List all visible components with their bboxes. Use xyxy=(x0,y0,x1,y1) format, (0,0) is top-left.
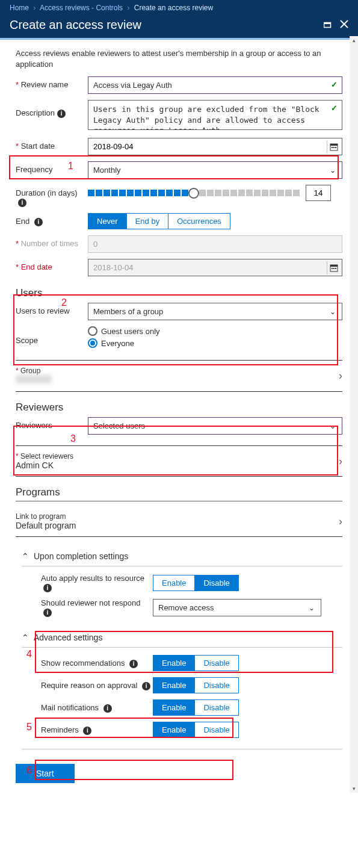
svg-rect-6 xyxy=(332,147,333,148)
review-name-input[interactable] xyxy=(88,76,342,94)
num-times-input: 0 xyxy=(88,235,342,253)
label-description: Descriptioni xyxy=(16,100,88,118)
group-selector[interactable]: Group › xyxy=(16,360,342,392)
chevron-right-icon: › xyxy=(339,515,342,528)
label-show-recs: Show recommendations i xyxy=(41,659,153,668)
label-auto-apply: Auto apply results to resource i xyxy=(41,574,153,592)
auto-apply-disable[interactable]: Disable xyxy=(194,575,238,591)
svg-rect-8 xyxy=(335,147,336,148)
chevron-down-icon: ⌄ xyxy=(330,166,336,175)
valid-check-icon: ✓ xyxy=(331,104,338,113)
require-reason-toggle: Enable Disable xyxy=(153,677,239,693)
require-reason-enable[interactable]: Enable xyxy=(153,678,194,693)
start-button[interactable]: Start xyxy=(16,764,75,783)
end-endby-button[interactable]: End by xyxy=(126,214,168,229)
scroll-down-icon[interactable]: ▾ xyxy=(350,784,358,793)
end-occurrences-button[interactable]: Occurrences xyxy=(168,214,230,229)
reviewers-select[interactable]: Selected users ⌄ xyxy=(88,417,342,435)
scope-everyone-radio[interactable]: Everyone xyxy=(88,338,342,348)
svg-rect-13 xyxy=(335,268,336,269)
calendar-icon[interactable] xyxy=(327,140,340,153)
info-icon[interactable]: i xyxy=(18,199,26,207)
not-respond-select[interactable]: Remove access ⌄ xyxy=(153,599,321,616)
info-icon[interactable]: i xyxy=(142,682,150,690)
mail-notif-enable[interactable]: Enable xyxy=(153,700,194,715)
end-never-button[interactable]: Never xyxy=(88,214,126,229)
blade-header: Create an access review xyxy=(0,16,358,38)
close-icon[interactable] xyxy=(340,20,348,31)
reminders-toggle: Enable Disable xyxy=(153,722,239,738)
crumb-home[interactable]: Home xyxy=(10,4,29,12)
breadcrumb: Home › Access reviews - Controls › Creat… xyxy=(0,0,358,16)
duration-input[interactable] xyxy=(306,185,331,201)
chevron-up-icon: ⌃ xyxy=(22,633,29,642)
label-reminders: Reminders i xyxy=(41,725,153,735)
show-recs-enable[interactable]: Enable xyxy=(153,656,194,671)
advanced-header[interactable]: ⌃ Advanced settings xyxy=(22,628,342,648)
label-scope: Scope xyxy=(16,326,88,345)
programs-heading: Programs xyxy=(16,486,342,501)
label-require-reason: Require reason on approval i xyxy=(41,681,153,690)
users-heading: Users xyxy=(16,287,342,302)
svg-rect-1 xyxy=(324,22,331,24)
label-frequency: Frequency xyxy=(16,161,88,174)
info-icon[interactable]: i xyxy=(34,218,43,226)
end-date-input xyxy=(88,259,342,276)
upon-completion-header[interactable]: ⌃ Upon completion settings xyxy=(22,547,342,566)
info-icon[interactable]: i xyxy=(103,704,112,713)
svg-rect-7 xyxy=(333,147,335,148)
auto-apply-toggle: Enable Disable xyxy=(153,575,239,591)
restore-icon[interactable] xyxy=(324,20,333,31)
end-toggle-group: Never End by Occurrences xyxy=(88,213,230,229)
chevron-right-icon: › xyxy=(339,455,342,468)
svg-rect-5 xyxy=(330,144,338,146)
crumb-current: Create an access review xyxy=(134,4,213,12)
frequency-select[interactable]: Monthly ⌄ xyxy=(88,161,342,179)
link-program-row[interactable]: Link to program Default program › xyxy=(16,506,342,537)
label-mail-notif: Mail notifications i xyxy=(41,703,153,713)
chevron-right-icon: › xyxy=(339,370,342,382)
svg-rect-10 xyxy=(330,265,338,267)
vertical-scrollbar[interactable]: ▴ ▾ xyxy=(350,36,358,793)
group-value-redacted xyxy=(16,375,52,383)
label-start-date: Start date xyxy=(16,138,88,150)
reminders-enable[interactable]: Enable xyxy=(153,722,194,737)
mail-notif-toggle: Enable Disable xyxy=(153,699,239,716)
description-input[interactable]: Users in this group are excluded from th… xyxy=(88,100,342,130)
label-duration: Duration (in days) i xyxy=(16,185,88,207)
start-date-input[interactable] xyxy=(88,138,342,155)
info-icon[interactable]: i xyxy=(43,584,52,592)
scroll-up-icon[interactable]: ▴ xyxy=(350,36,358,45)
calendar-icon[interactable] xyxy=(327,261,340,274)
chevron-down-icon: ⌄ xyxy=(309,604,315,612)
label-end: End i xyxy=(16,213,88,226)
reminders-disable[interactable]: Disable xyxy=(194,722,238,737)
valid-check-icon: ✓ xyxy=(331,80,338,89)
svg-rect-11 xyxy=(332,268,333,269)
info-icon[interactable]: i xyxy=(43,609,52,617)
duration-slider[interactable] xyxy=(88,188,300,199)
label-review-name: Review name xyxy=(16,76,88,89)
users-to-review-select[interactable]: Members of a group ⌄ xyxy=(88,303,342,320)
chevron-down-icon: ⌄ xyxy=(330,308,336,316)
label-reviewers: Reviewers xyxy=(16,417,88,430)
chevron-up-icon: ⌃ xyxy=(22,551,29,561)
label-num-times: Number of times xyxy=(16,235,88,248)
crumb-controls[interactable]: Access reviews - Controls xyxy=(40,4,123,12)
page-title: Create an access review xyxy=(10,18,141,32)
info-icon[interactable]: i xyxy=(57,110,66,118)
svg-rect-12 xyxy=(333,268,335,269)
auto-apply-enable[interactable]: Enable xyxy=(153,575,194,591)
require-reason-disable[interactable]: Disable xyxy=(194,678,238,693)
chevron-down-icon: ⌄ xyxy=(330,422,336,430)
mail-notif-disable[interactable]: Disable xyxy=(194,700,238,715)
info-icon[interactable]: i xyxy=(83,727,91,735)
show-recs-toggle: Enable Disable xyxy=(153,655,239,671)
intro-text: Access reviews enable reviewers to attes… xyxy=(16,48,342,69)
select-reviewers-row[interactable]: Select reviewers Admin CK › xyxy=(16,445,342,477)
info-icon[interactable]: i xyxy=(129,660,138,668)
label-not-respond: Should reviewer not respond i xyxy=(41,598,153,617)
show-recs-disable[interactable]: Disable xyxy=(194,656,238,671)
reviewers-heading: Reviewers xyxy=(16,401,342,416)
scope-guest-radio[interactable]: Guest users only xyxy=(88,326,342,336)
